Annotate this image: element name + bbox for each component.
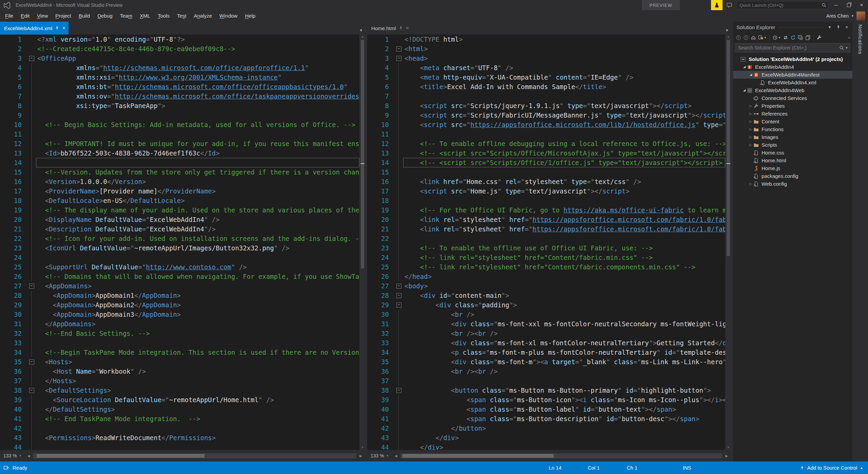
- tree-item-functions[interactable]: ▷Functions: [733, 125, 852, 133]
- refresh-icon[interactable]: [790, 34, 796, 42]
- code-line[interactable]: 31 </AppDomains>: [5, 319, 359, 329]
- document-list-dropdown-icon[interactable]: ▼: [359, 28, 363, 32]
- home-icon[interactable]: [750, 34, 757, 42]
- code-line[interactable]: 41 <span class="ms-Button-description" i…: [372, 414, 725, 424]
- scroll-down-icon[interactable]: ▼: [725, 445, 731, 450]
- scroll-right-icon[interactable]: ▶: [724, 454, 729, 458]
- nav-forward-icon[interactable]: [743, 34, 749, 42]
- code-line[interactable]: 25 <SupportUrl DefaultValue="http://www.…: [5, 262, 359, 272]
- vertical-scrollbar-left[interactable]: ▲ ▼: [359, 35, 366, 450]
- nav-back-icon[interactable]: [735, 34, 742, 42]
- code-line[interactable]: 15: [372, 167, 725, 177]
- tree-item-connected-services[interactable]: Connected Services: [733, 94, 852, 102]
- tree-item-properties[interactable]: ▷Properties: [733, 102, 852, 110]
- code-line[interactable]: 7 xmlns:ov="http://schemas.microsoft.com…: [5, 91, 359, 101]
- expand-arrow-icon[interactable]: ▷: [748, 143, 753, 147]
- code-line[interactable]: 33: [5, 338, 359, 348]
- tree-item-excelwebaddin4manifest[interactable]: ExcelWebAddIn4Manifest: [733, 71, 852, 79]
- pin-icon[interactable]: [55, 26, 59, 30]
- code-line[interactable]: 30 <AppDomain>AppDomain3</AppDomain>: [5, 310, 359, 319]
- fold-toggle[interactable]: −: [27, 54, 36, 63]
- code-line[interactable]: 44 </div>: [372, 442, 725, 450]
- scroll-right-icon[interactable]: ▶: [358, 454, 363, 458]
- menu-item-xml[interactable]: XML: [136, 10, 154, 22]
- solution-explorer-search-input[interactable]: Search Solution Explorer (Ctrl+;) ▼: [735, 43, 850, 53]
- close-icon[interactable]: ✕: [406, 26, 409, 30]
- expand-arrow-icon[interactable]: ▷: [748, 120, 753, 123]
- properties-wrench-icon[interactable]: [816, 34, 823, 42]
- code-line[interactable]: 43 <Permissions>ReadWriteDocument</Permi…: [5, 433, 359, 442]
- code-line[interactable]: 22 <!-- Icon for your add-in. Used on in…: [5, 234, 359, 243]
- switch-views-icon[interactable]: ▼: [757, 34, 767, 42]
- code-line[interactable]: 14 <!-- <script src="Scripts/Office/1/of…: [372, 158, 725, 167]
- menu-item-view[interactable]: View: [33, 10, 52, 22]
- search-icon[interactable]: [822, 3, 826, 7]
- horizontal-scrollbar-right[interactable]: [400, 453, 722, 458]
- fold-toggle[interactable]: −: [27, 386, 36, 395]
- status-column-number[interactable]: Col 1: [588, 465, 627, 471]
- collapse-arrow-icon[interactable]: [742, 89, 747, 91]
- code-line[interactable]: 32 <!--End Basic Settings. -->: [5, 329, 359, 338]
- code-line[interactable]: 8 xsi:type="TaskPaneApp">: [5, 101, 359, 110]
- menu-item-file[interactable]: File: [1, 10, 17, 22]
- code-line[interactable]: 14: [5, 158, 359, 167]
- fold-toggle[interactable]: −: [394, 386, 403, 395]
- fold-toggle[interactable]: −: [394, 44, 403, 54]
- code-line[interactable]: 3−<head>: [372, 54, 725, 63]
- notifications-tab[interactable]: Notifications: [857, 24, 863, 461]
- code-line[interactable]: 10 <script src="https://appsforoffice.mi…: [372, 120, 725, 129]
- code-line[interactable]: 42 </button>: [372, 424, 725, 433]
- code-line[interactable]: 31 <div class="ms-font-xxl ms-fontColor-…: [372, 319, 725, 329]
- code-line[interactable]: 16 <Version>1.0.0.0</Version>: [5, 177, 359, 186]
- code-line[interactable]: 41 <!-- End TaskPane Mode integration. -…: [5, 414, 359, 424]
- code-line[interactable]: 19 <!-- The display name of your add-in.…: [5, 205, 359, 215]
- menu-item-team[interactable]: Team: [116, 10, 136, 22]
- code-line[interactable]: 44: [5, 442, 359, 450]
- feedback-flask-button[interactable]: [711, 0, 723, 10]
- code-line[interactable]: 38− <DefaultSettings>: [5, 386, 359, 395]
- code-line[interactable]: 22: [372, 234, 725, 243]
- fold-toggle[interactable]: −: [394, 300, 403, 310]
- code-line[interactable]: 12 <!-- IMPORTANT! Id must be unique for…: [5, 139, 359, 148]
- pending-filter-icon[interactable]: ▼: [772, 34, 782, 42]
- menu-item-analyze[interactable]: Analyze: [190, 10, 216, 22]
- scrollbar-thumb[interactable]: [37, 454, 205, 458]
- code-line[interactable]: 1<?xml version="1.0" encoding="UTF-8"?>: [5, 35, 359, 44]
- user-avatar[interactable]: [856, 12, 865, 20]
- code-line[interactable]: 28− <div id="content-main">: [372, 291, 725, 300]
- code-line[interactable]: 24: [5, 253, 359, 262]
- expand-arrow-icon[interactable]: ▷: [748, 127, 753, 131]
- code-line[interactable]: 1<!DOCTYPE html>: [372, 35, 725, 44]
- code-line[interactable]: 23 <!-- To enable the offline use of Off…: [372, 243, 725, 253]
- fold-toggle[interactable]: −: [27, 357, 36, 367]
- scroll-down-icon[interactable]: ▼: [359, 445, 366, 450]
- tree-item-excelwebaddin4[interactable]: ExcelWebAddIn4: [733, 63, 852, 71]
- send-feedback-button[interactable]: [725, 1, 734, 9]
- code-line[interactable]: 24 <!-- link rel="stylesheet" href="Cont…: [372, 253, 725, 262]
- code-line[interactable]: 11: [5, 129, 359, 139]
- code-line[interactable]: 18 <DefaultLocale>en-US</DefaultLocale>: [5, 196, 359, 205]
- code-line[interactable]: 20 <link rel="stylesheet" href="https://…: [372, 215, 725, 224]
- pin-icon[interactable]: [835, 25, 841, 29]
- code-line[interactable]: 26 <!-- Domains that will be allowed whe…: [5, 272, 359, 281]
- code-line[interactable]: 39 <span class="ms-Button-icon"><i class…: [372, 395, 725, 405]
- tab-excelwebaddin4-xml[interactable]: ExcelWebAddIn4.xml ✕: [0, 22, 68, 35]
- menu-item-tools[interactable]: Tools: [154, 10, 173, 22]
- menu-item-test[interactable]: Test: [173, 10, 190, 22]
- code-line[interactable]: 27−<body>: [372, 281, 725, 291]
- tree-item-solution-excelwebaddin4-2-projects[interactable]: Solution 'ExcelWebAddIn4' (2 projects): [733, 55, 852, 63]
- status-character-number[interactable]: Ch 1: [627, 465, 683, 471]
- toolbar-overflow-icon[interactable]: »: [848, 35, 850, 40]
- code-line[interactable]: 8 <script src="Scripts/jquery-1.9.1.js" …: [372, 101, 725, 110]
- code-line[interactable]: 42: [5, 424, 359, 433]
- menu-item-edit[interactable]: Edit: [17, 10, 33, 22]
- sync-active-icon[interactable]: [782, 34, 789, 42]
- code-line[interactable]: 7: [372, 91, 725, 101]
- tree-item-home-css[interactable]: Home.css: [733, 149, 852, 157]
- code-line[interactable]: 43 </div>: [372, 433, 725, 442]
- code-line[interactable]: 37: [372, 376, 725, 386]
- expand-arrow-icon[interactable]: ▷: [748, 112, 753, 116]
- chevron-down-icon[interactable]: ▼: [845, 46, 848, 49]
- show-all-files-icon[interactable]: [805, 34, 811, 42]
- tree-item-references[interactable]: ▷References: [733, 110, 852, 118]
